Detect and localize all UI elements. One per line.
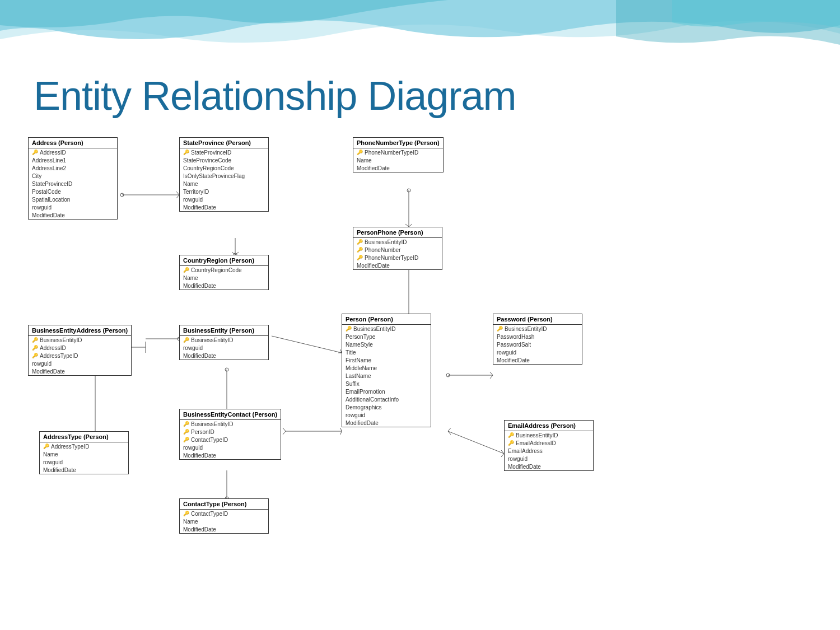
entity-address-row-1: AddressLine1 [29, 156, 117, 164]
entity-password-header: Password (Person) [493, 314, 582, 325]
entity-address-row-3: City [29, 172, 117, 180]
entity-emailaddress-header: EmailAddress (Person) [505, 421, 593, 431]
entity-address-row-2: AddressLine2 [29, 164, 117, 172]
entity-countryregion: CountryRegion (Person) 🔑 CountryRegionCo… [179, 255, 269, 290]
entity-personphone: PersonPhone (Person) 🔑 BusinessEntityID … [353, 227, 442, 270]
svg-line-29 [340, 431, 342, 435]
svg-line-39 [448, 431, 451, 435]
entity-businessentitycontact: BusinessEntityContact (Person) 🔑 Busines… [179, 409, 281, 460]
svg-line-38 [448, 428, 451, 431]
entity-stateprovince-row-0: 🔑 StateProvinceID [180, 148, 268, 156]
entity-address-row-5: PostalCode [29, 188, 117, 195]
entity-person-header: Person (Person) [342, 314, 431, 325]
page-title: Entity Relationship Diagram [34, 73, 516, 119]
entity-addresstype: AddressType (Person) 🔑 AddressTypeID Nam… [39, 431, 129, 474]
entity-stateprovince-header: StateProvince (Person) [180, 138, 268, 148]
svg-line-31 [283, 431, 286, 435]
entity-personphone-header: PersonPhone (Person) [353, 227, 442, 238]
entity-addresstype-header: AddressType (Person) [40, 432, 128, 442]
header-wave [0, 0, 840, 67]
svg-line-23 [490, 375, 493, 379]
entity-address-row-8: ModifiedDate [29, 211, 117, 219]
entity-businessentityaddress: BusinessEntityAddress (Person) 🔑 Busines… [28, 325, 132, 376]
svg-point-24 [446, 374, 450, 377]
entity-phonenumbertype-header: PhoneNumberType (Person) [353, 138, 443, 148]
entity-contacttype: ContactType (Person) 🔑 ContactTypeID Nam… [179, 498, 269, 534]
entity-businessentitycontact-header: BusinessEntityContact (Person) [180, 409, 281, 420]
entity-countryregion-header: CountryRegion (Person) [180, 255, 268, 266]
entity-businessentityaddress-header: BusinessEntityAddress (Person) [29, 325, 131, 336]
entity-emailaddress: EmailAddress (Person) 🔑 BusinessEntityID… [504, 420, 594, 471]
pk-icon-sp: 🔑 [183, 150, 189, 155]
svg-line-35 [448, 431, 504, 454]
pk-icon: 🔑 [32, 150, 38, 155]
entity-phonenumbertype: PhoneNumberType (Person) 🔑 PhoneNumberTy… [353, 137, 444, 172]
erd-container: Address (Person) 🔑 AddressID AddressLine… [28, 134, 812, 616]
entity-businessentity: BusinessEntity (Person) 🔑 BusinessEntity… [179, 325, 269, 360]
entity-address-row-4: StateProvinceID [29, 180, 117, 188]
entity-address-row-6: SpatialLocation [29, 195, 117, 203]
svg-point-9 [407, 189, 410, 192]
svg-line-28 [340, 428, 342, 431]
svg-line-18 [272, 336, 342, 353]
entity-stateprovince: StateProvince (Person) 🔑 StateProvinceID… [179, 137, 269, 212]
svg-line-22 [490, 372, 493, 375]
entity-contacttype-header: ContactType (Person) [180, 499, 268, 510]
entity-address-header: Address (Person) [29, 138, 117, 148]
entity-address: Address (Person) 🔑 AddressID AddressLine… [28, 137, 118, 220]
entity-person: Person (Person) 🔑 BusinessEntityID Perso… [342, 314, 431, 427]
entity-address-row-0: 🔑 AddressID [29, 148, 117, 156]
entity-address-row-7: rowguid [29, 203, 117, 211]
svg-point-26 [225, 368, 228, 371]
svg-point-1 [120, 193, 124, 197]
svg-line-30 [283, 428, 286, 431]
entity-businessentity-header: BusinessEntity (Person) [180, 325, 268, 336]
entity-password: Password (Person) 🔑 BusinessEntityID Pas… [493, 314, 582, 365]
